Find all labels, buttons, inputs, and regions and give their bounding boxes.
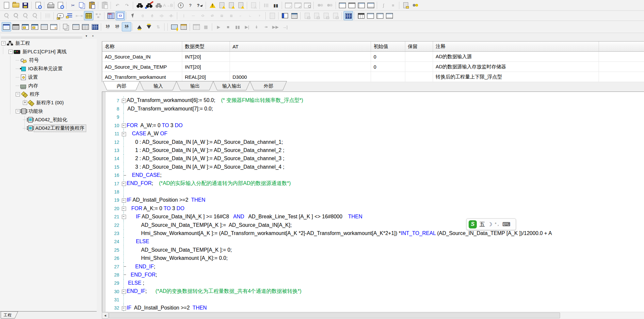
- tree-item-label[interactable]: 新工程: [14, 40, 31, 47]
- st-code-editor[interactable]: 7AD_Transform_workamount[6]:= 50.0; (* 变…: [102, 92, 644, 312]
- run-mode-icon[interactable]: ▶: [214, 22, 223, 31]
- cell-comment[interactable]: 转换后的工程量上下限_浮点型: [433, 72, 599, 82]
- zoom-fit-icon[interactable]: [30, 11, 40, 20]
- run-to-end-icon[interactable]: →|: [280, 22, 290, 31]
- tree-item-新程序1 (00)[interactable]: +新程序1 (00): [0, 98, 97, 107]
- show-rung-annotation-icon[interactable]: [65, 11, 74, 20]
- print-preview-icon[interactable]: [56, 1, 65, 10]
- data-trace-icon[interactable]: [315, 1, 325, 10]
- cell-type[interactable]: REAL[20]: [182, 72, 230, 82]
- tree-item-AD042_初始化[interactable]: AD042_初始化: [0, 115, 97, 124]
- io-unit-window-icon[interactable]: [30, 22, 40, 31]
- ime-halfwidth-moon-icon[interactable]: ☽: [488, 221, 492, 227]
- tree-item-内存[interactable]: 内存: [0, 81, 97, 90]
- comment-tag-icon[interactable]: [401, 1, 411, 10]
- frame-b-icon[interactable]: [375, 11, 385, 20]
- online-edit-check-icon[interactable]: [236, 1, 246, 10]
- tree-item-label[interactable]: AD042工程量转换程序: [34, 125, 86, 132]
- symbol-tree-icon[interactable]: [93, 11, 103, 20]
- cell-init[interactable]: 0: [371, 52, 405, 61]
- decimal-monitor-icon[interactable]: 10: [103, 22, 112, 31]
- cell-type[interactable]: INT[20]: [182, 52, 230, 61]
- tab-inputs[interactable]: 输入: [140, 81, 177, 91]
- new-closed-contact-icon[interactable]: -|/|-: [147, 11, 157, 20]
- section-list-icon[interactable]: [280, 11, 290, 20]
- options-gear-icon[interactable]: [411, 1, 420, 10]
- step-trace-icon[interactable]: [262, 1, 271, 10]
- insert-row-icon[interactable]: [267, 11, 277, 20]
- dock-close-button[interactable]: ×: [90, 33, 96, 39]
- fold-collapse-icon[interactable]: [122, 132, 126, 136]
- column-header-AT[interactable]: AT: [230, 42, 371, 51]
- tree-item-label[interactable]: 设置: [27, 74, 39, 81]
- table-row[interactable]: AD_Transform_workamountREAL[20]D3000转换后的…: [102, 72, 644, 82]
- new-file-icon[interactable]: [2, 1, 11, 10]
- column-header-数据类型[interactable]: 数据类型: [182, 42, 230, 51]
- editor-horizontal-scrollbar[interactable]: ◀: [102, 312, 644, 319]
- force-off-icon[interactable]: [144, 22, 153, 31]
- tab-label[interactable]: 外部: [264, 83, 273, 89]
- workspace-tab-label[interactable]: 工程: [4, 313, 11, 317]
- cut-icon[interactable]: ✂: [68, 1, 78, 10]
- symbols-window-icon[interactable]: [21, 22, 30, 31]
- vertical-line-icon[interactable]: |: [179, 11, 188, 20]
- tab-label[interactable]: 输入: [153, 83, 163, 89]
- window-cascade-icon[interactable]: [284, 1, 293, 10]
- io-comment-view-icon[interactable]: ⇤⇥: [74, 11, 84, 20]
- cell-extra[interactable]: [599, 52, 644, 61]
- view-frame2-icon[interactable]: [347, 1, 357, 10]
- frame-c-icon[interactable]: [385, 11, 394, 20]
- project-workspace-tab[interactable]: 工程: [0, 311, 23, 319]
- fold-collapse-icon[interactable]: [122, 124, 126, 128]
- open-file-icon[interactable]: [11, 1, 21, 10]
- tree-item-label[interactable]: 符号: [28, 57, 40, 64]
- fold-collapse-icon[interactable]: [122, 198, 126, 203]
- tree-item-label[interactable]: IO表和单元设置: [27, 65, 64, 72]
- ci-view-icon[interactable]: CI: [116, 11, 125, 20]
- cell-name[interactable]: AD_Transform_workamount: [102, 72, 182, 82]
- cell-name[interactable]: AD_Source_IN_Data_TEMP: [102, 62, 182, 72]
- stop-mode-icon[interactable]: ■: [223, 22, 233, 31]
- paste-icon[interactable]: [87, 1, 97, 10]
- zoom-selection-icon[interactable]: [11, 11, 21, 20]
- about-icon[interactable]: i: [176, 1, 185, 10]
- new-instruction-icon[interactable]: ▤: [217, 11, 226, 20]
- tab-label[interactable]: 内部: [117, 83, 126, 89]
- tree-item-程序[interactable]: −程序: [0, 90, 97, 98]
- paste-special-icon[interactable]: [100, 1, 109, 10]
- pause-mode-icon[interactable]: ▮▮: [233, 22, 242, 31]
- column-header-初始值[interactable]: 初始值: [371, 42, 405, 51]
- output-table-icon[interactable]: [356, 11, 366, 20]
- show-comments-icon[interactable]: w: [56, 11, 65, 20]
- step-over-icon[interactable]: ↠: [261, 22, 271, 31]
- new-function-block-icon[interactable]: ▥: [226, 11, 236, 20]
- scrollbar-thumb[interactable]: [109, 312, 560, 318]
- copy-comments1-icon[interactable]: [302, 11, 312, 20]
- table-row[interactable]: AD_Source_IN_Data_TEMPINT[20]0AD的数据源输入存放…: [102, 62, 644, 72]
- address-reference-icon[interactable]: [71, 22, 81, 31]
- undo-icon[interactable]: ↶: [113, 1, 122, 10]
- tab-in-outs[interactable]: 输入输出: [213, 81, 250, 91]
- fold-collapse-icon[interactable]: [122, 99, 126, 103]
- zoom-in-icon[interactable]: [2, 11, 11, 20]
- tree-item-符号[interactable]: 符号: [0, 56, 97, 64]
- copy-comments4-icon[interactable]: [331, 11, 340, 20]
- fold-collapse-icon[interactable]: [122, 215, 126, 219]
- invert-icon[interactable]: ⌐: [236, 11, 245, 20]
- column-header-保留[interactable]: 保留: [405, 42, 433, 51]
- scroll-left-button[interactable]: ◀: [102, 312, 108, 319]
- step-run-icon[interactable]: ▶|: [242, 22, 252, 31]
- dock-menu-button[interactable]: ▾: [84, 33, 89, 39]
- view-frame3-icon[interactable]: [357, 1, 366, 10]
- tree-item-label[interactable]: AD042_初始化: [34, 116, 69, 123]
- cell-init[interactable]: 0: [371, 62, 405, 72]
- column-header-注释[interactable]: 注释: [433, 42, 599, 51]
- view-frame4-icon[interactable]: [366, 1, 376, 10]
- expand-icon[interactable]: +: [23, 101, 27, 105]
- cell-comment[interactable]: AD的数据输入源: [433, 52, 599, 61]
- monitor-grid-icon[interactable]: [90, 22, 100, 31]
- compile-all-icon[interactable]: [217, 1, 227, 10]
- tree-item-新工程[interactable]: −新工程: [0, 39, 97, 47]
- cell-retain[interactable]: [405, 72, 433, 82]
- tab-internals[interactable]: 内部: [103, 81, 140, 91]
